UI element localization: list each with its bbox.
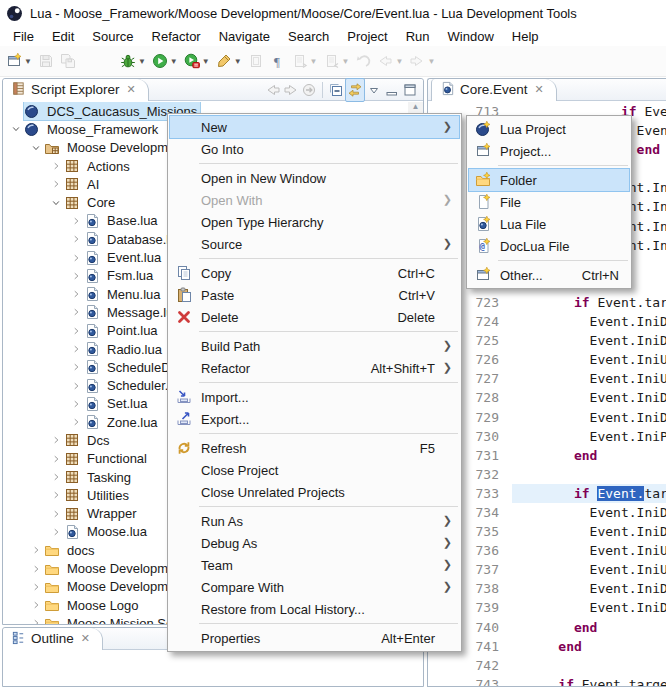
menu-item-restore-from-local-history[interactable]: Restore from Local History... bbox=[170, 598, 459, 620]
toolbar-button-forward-arrow[interactable]: ▼ bbox=[407, 49, 437, 73]
chevron-right-icon[interactable] bbox=[68, 341, 84, 357]
code-line-731[interactable]: 731 end bbox=[429, 446, 666, 465]
chevron-right-icon[interactable] bbox=[68, 396, 84, 412]
menu-item-close-unrelated-projects[interactable]: Close Unrelated Projects bbox=[170, 481, 459, 503]
tab-core-event[interactable]: Core.Event ✕ bbox=[431, 79, 557, 101]
code-line-741[interactable]: 741 end bbox=[429, 637, 666, 656]
toolbar-button-last-edit[interactable] bbox=[353, 49, 373, 73]
view-button-minimize[interactable] bbox=[383, 78, 401, 102]
chevron-down-icon[interactable] bbox=[48, 195, 64, 211]
menu-item-compare-with[interactable]: Compare With❯ bbox=[170, 576, 459, 598]
menubar-item-refactor[interactable]: Refactor bbox=[143, 27, 210, 46]
menubar-item-edit[interactable]: Edit bbox=[43, 27, 83, 46]
toolbar-button-run-coverage[interactable]: ▼ bbox=[182, 49, 212, 73]
code-line-724[interactable]: 724 Event.IniDCSUnit = Event.initiator bbox=[429, 312, 666, 331]
view-button-view-menu[interactable] bbox=[365, 78, 383, 102]
chevron-right-icon[interactable] bbox=[68, 304, 84, 320]
menu-item-refresh[interactable]: RefreshF5 bbox=[170, 437, 459, 459]
toolbar-button-brush[interactable]: ▼ bbox=[214, 49, 244, 73]
menubar-item-navigate[interactable]: Navigate bbox=[210, 27, 279, 46]
toolbar-button-back-arrow[interactable]: ▼ bbox=[375, 49, 405, 73]
submenu-item-project[interactable]: Project... bbox=[469, 140, 629, 162]
submenu-item-other[interactable]: Other...Ctrl+N bbox=[469, 264, 629, 286]
view-button-nav-forward[interactable] bbox=[282, 78, 300, 102]
toolbar-button-new-wizard[interactable]: ▼ bbox=[4, 49, 34, 73]
menu-item-export[interactable]: Export... bbox=[170, 408, 459, 430]
close-icon[interactable]: ✕ bbox=[81, 632, 90, 645]
chevron-right-icon[interactable] bbox=[28, 579, 44, 595]
code-line-735[interactable]: 735 Event.IniDCSUnitName = Event.IniDCSU… bbox=[429, 522, 666, 541]
menu-item-refactor[interactable]: RefactorAlt+Shift+T❯ bbox=[170, 357, 459, 379]
chevron-right-icon[interactable] bbox=[68, 323, 84, 339]
code-line-723[interactable]: 723 if Event.target then bbox=[429, 293, 666, 312]
chevron-right-icon[interactable] bbox=[28, 615, 44, 624]
menu-item-delete[interactable]: DeleteDelete bbox=[170, 306, 459, 328]
toolbar-button-prev-annotation[interactable]: ▼ bbox=[322, 49, 352, 73]
dropdown-arrow-icon[interactable]: ▼ bbox=[427, 57, 435, 66]
view-button-maximize[interactable] bbox=[401, 78, 419, 102]
chevron-right-icon[interactable] bbox=[68, 213, 84, 229]
dropdown-arrow-icon[interactable]: ▼ bbox=[310, 57, 318, 66]
code-line-730[interactable]: 730 Event.IniPlayerName = Event.IniDCSUn… bbox=[429, 427, 666, 446]
menubar-item-help[interactable]: Help bbox=[503, 27, 548, 46]
menu-item-close-project[interactable]: Close Project bbox=[170, 459, 459, 481]
dropdown-arrow-icon[interactable]: ▼ bbox=[170, 57, 178, 66]
chevron-right-icon[interactable] bbox=[68, 286, 84, 302]
menubar-item-project[interactable]: Project bbox=[338, 27, 396, 46]
menu-item-properties[interactable]: PropertiesAlt+Enter bbox=[170, 627, 459, 649]
dropdown-arrow-icon[interactable]: ▼ bbox=[234, 57, 242, 66]
toolbar-button-save[interactable] bbox=[36, 49, 56, 73]
toolbar-button-show-whitespace[interactable]: ¶ bbox=[268, 49, 288, 73]
code-line-743[interactable]: 743 if Event.target then bbox=[429, 675, 666, 686]
dropdown-arrow-icon[interactable]: ▼ bbox=[202, 57, 210, 66]
code-line-742[interactable]: 742 bbox=[429, 656, 666, 675]
chevron-right-icon[interactable] bbox=[48, 487, 64, 503]
code-line-736[interactable]: 736 Event.IniUnitName = Event.IniDCSUnit… bbox=[429, 541, 666, 560]
menubar-item-search[interactable]: Search bbox=[279, 27, 338, 46]
submenu-item-lua-project[interactable]: Lua Project bbox=[469, 118, 629, 140]
menu-item-debug-as[interactable]: Debug As❯ bbox=[170, 532, 459, 554]
dropdown-arrow-icon[interactable]: ▼ bbox=[342, 57, 350, 66]
chevron-right-icon[interactable] bbox=[68, 378, 84, 394]
submenu-item-folder[interactable]: Folder bbox=[469, 169, 629, 191]
menu-item-copy[interactable]: CopyCtrl+C bbox=[170, 262, 459, 284]
menu-item-new[interactable]: New❯ bbox=[170, 116, 459, 138]
chevron-right-icon[interactable] bbox=[68, 359, 84, 375]
menu-item-run-as[interactable]: Run As❯ bbox=[170, 510, 459, 532]
chevron-down-icon[interactable] bbox=[8, 121, 24, 137]
code-line-726[interactable]: 726 Event.IniUnitName = Event.IniDCSUnit… bbox=[429, 350, 666, 369]
toolbar-button-debug[interactable]: ▼ bbox=[118, 49, 148, 73]
menu-item-source[interactable]: Source❯ bbox=[170, 233, 459, 255]
view-button-link-editor[interactable] bbox=[345, 78, 365, 102]
code-line-725[interactable]: 725 Event.IniDCSUnitName = Event.IniDCSU… bbox=[429, 331, 666, 350]
code-line-737[interactable]: 737 Event.IniUnit = UNIT:FindByName( Eve… bbox=[429, 560, 666, 579]
chevron-right-icon[interactable] bbox=[68, 231, 84, 247]
menubar-item-file[interactable]: File bbox=[4, 27, 43, 46]
code-line-727[interactable]: 727 Event.IniUnit = UNIT:FindByName( Eve… bbox=[429, 369, 666, 388]
chevron-right-icon[interactable] bbox=[48, 469, 64, 485]
toolbar-button-mark-occurrences[interactable] bbox=[246, 49, 266, 73]
tab-script-explorer[interactable]: Script Explorer ✕ bbox=[3, 79, 149, 101]
submenu-item-doclua-file[interactable]: @DocLua File bbox=[469, 235, 629, 257]
dropdown-arrow-icon[interactable]: ▼ bbox=[395, 57, 403, 66]
toolbar-button-run[interactable]: ▼ bbox=[150, 49, 180, 73]
chevron-right-icon[interactable] bbox=[68, 250, 84, 266]
chevron-right-icon[interactable] bbox=[28, 542, 44, 558]
chevron-right-icon[interactable] bbox=[48, 524, 64, 540]
chevron-right-icon[interactable] bbox=[48, 176, 64, 192]
code-line-733[interactable]: 733 if Event.target then bbox=[429, 484, 666, 503]
menu-item-open-in-new-window[interactable]: Open in New Window bbox=[170, 167, 459, 189]
menubar-item-run[interactable]: Run bbox=[397, 27, 439, 46]
dropdown-arrow-icon[interactable]: ▼ bbox=[24, 57, 32, 66]
submenu-item-file[interactable]: File bbox=[469, 191, 629, 213]
code-line-734[interactable]: 734 Event.IniDCSUnit = Event.initiator bbox=[429, 503, 666, 522]
dropdown-arrow-icon[interactable]: ▼ bbox=[138, 57, 146, 66]
menu-item-go-into[interactable]: Go Into bbox=[170, 138, 459, 160]
chevron-down-icon[interactable] bbox=[28, 140, 44, 156]
menu-item-open-type-hierarchy[interactable]: Open Type Hierarchy bbox=[170, 211, 459, 233]
code-line-739[interactable]: 739 Event.IniDCSGroupName = Event.IniDCS… bbox=[429, 598, 666, 617]
menubar-item-window[interactable]: Window bbox=[439, 27, 503, 46]
view-button-nav-back[interactable] bbox=[264, 78, 282, 102]
close-icon[interactable]: ✕ bbox=[535, 83, 544, 96]
code-line-738[interactable]: 738 Event.IniDCSGroup = Event.IniDCSUnit… bbox=[429, 579, 666, 598]
